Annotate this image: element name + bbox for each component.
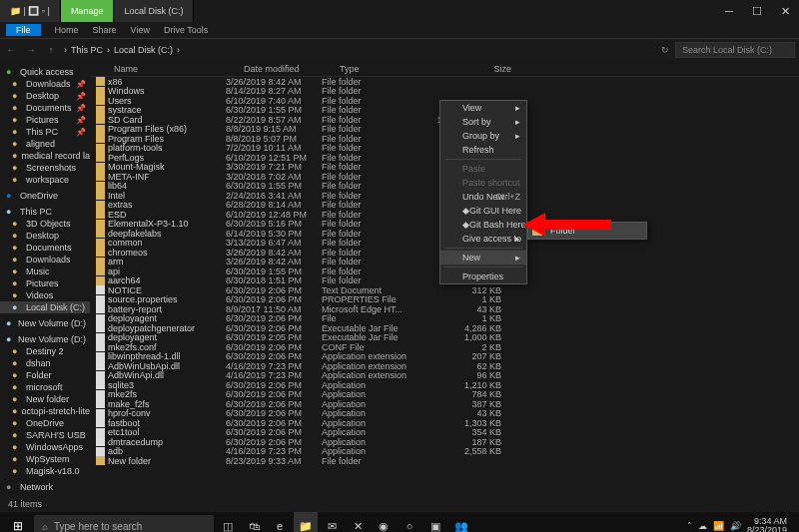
nav-back[interactable]: ← — [4, 45, 18, 55]
sidebar-item[interactable]: ●Network — [0, 481, 90, 493]
file-row[interactable]: AdbWinApi.dll4/16/2019 7:23 PMApplicatio… — [90, 371, 799, 381]
file-row[interactable]: sqlite36/30/2019 2:06 PMApplication1,210… — [90, 380, 799, 390]
ctx-properties[interactable]: Properties — [440, 269, 526, 283]
sidebar-item[interactable]: ●Music — [0, 266, 90, 277]
ctx-gitbash[interactable]: ◆ Git Bash Here — [440, 218, 526, 232]
ribbon-home[interactable]: Home — [55, 25, 79, 35]
sidebar-item[interactable]: ●Screenshots — [0, 162, 90, 174]
sidebar-item[interactable]: ●Quick access — [0, 66, 90, 78]
file-row[interactable]: mke2fs6/30/2019 2:06 PMApplication784 KB — [90, 390, 799, 400]
col-type[interactable]: Type — [336, 62, 425, 76]
sidebar-item[interactable]: ●New Volume (D:) — [0, 333, 90, 345]
sidebar-item[interactable]: ●Desktop — [0, 230, 90, 242]
file-row[interactable]: x863/26/2019 8:42 AMFile folder — [90, 77, 799, 87]
file-row[interactable]: fastboot6/30/2019 2:06 PMApplication1,30… — [90, 418, 799, 428]
sidebar-item[interactable]: ●Local Disk (C:) — [0, 301, 90, 313]
minimize-button[interactable]: ─ — [715, 0, 743, 22]
sidebar-item[interactable]: ●Pictures — [0, 277, 90, 289]
manage-tab[interactable]: Manage — [61, 0, 115, 22]
tray-wifi-icon[interactable]: 📶 — [713, 521, 724, 531]
start-button[interactable]: ⊞ — [4, 512, 32, 532]
xbox-icon[interactable]: ✕ — [346, 512, 370, 532]
ctx-sort[interactable]: Sort by▸ — [440, 115, 526, 129]
ribbon-file[interactable]: File — [6, 24, 41, 36]
file-row[interactable]: make_f2fs6/30/2019 2:06 PMApplication387… — [90, 399, 799, 409]
file-row[interactable]: battery-report8/9/2017 11:50 AMMicrosoft… — [90, 304, 799, 314]
file-row[interactable]: New folder8/23/2019 9:33 AMFile folder — [90, 456, 799, 466]
sidebar-item[interactable]: ●Videos — [0, 289, 90, 301]
ctx-refresh[interactable]: Refresh — [440, 143, 526, 157]
sidebar-item[interactable]: ●New Volume (D:) — [0, 317, 90, 329]
ribbon-view[interactable]: View — [131, 25, 150, 35]
file-row[interactable]: deployagent6/30/2019 2:06 PMFile1 KB — [90, 314, 799, 324]
sidebar-item[interactable]: ●WpSystem — [0, 453, 90, 465]
sidebar-item[interactable]: ●3D Objects — [0, 218, 90, 230]
cortana-icon[interactable]: ○ — [398, 512, 421, 532]
sidebar-item[interactable]: ●Documents — [0, 242, 90, 254]
ctx-undo[interactable]: Undo NewCtrl+Z — [440, 190, 526, 204]
ctx-access[interactable]: Give access to▸ — [440, 232, 526, 246]
nav-fwd[interactable]: → — [24, 45, 38, 55]
sidebar-item[interactable]: ●workspace — [0, 174, 90, 186]
file-row[interactable]: libwinpthread-1.dll6/30/2019 2:06 PMAppl… — [90, 352, 799, 362]
maximize-button[interactable]: ☐ — [743, 0, 771, 22]
file-row[interactable]: adb4/16/2019 7:23 PMApplication2,558 KB — [90, 447, 799, 457]
sidebar-item[interactable]: ●This PC — [0, 206, 90, 218]
sidebar-item[interactable]: ●octopi-stretch-lite-0 — [0, 405, 90, 417]
col-name[interactable]: Name — [110, 62, 240, 76]
edge-icon[interactable]: e — [268, 512, 292, 532]
ribbon-drivetools[interactable]: Drive Tools — [164, 25, 208, 35]
ribbon-share[interactable]: Share — [93, 25, 117, 35]
close-button[interactable]: ✕ — [771, 0, 799, 22]
breadcrumb[interactable]: › This PC › Local Disk (C:) › — [64, 45, 655, 55]
tray-cloud-icon[interactable]: ☁ — [698, 521, 707, 531]
sidebar-item[interactable]: ●WindowsApps — [0, 441, 90, 453]
ctx-group[interactable]: Group by▸ — [440, 129, 526, 143]
sidebar-item[interactable]: ●Folder — [0, 369, 90, 381]
steam-icon[interactable]: ◉ — [372, 512, 396, 532]
mail-icon[interactable]: ✉ — [320, 512, 344, 532]
refresh-icon[interactable]: ↻ — [661, 45, 669, 55]
file-row[interactable]: etc1tool6/30/2019 2:06 PMApplication354 … — [90, 428, 799, 438]
sidebar-item[interactable]: ●dshan — [0, 357, 90, 369]
sidebar-item[interactable]: ●aligned — [0, 138, 90, 150]
ctx-view[interactable]: View▸ — [440, 101, 526, 115]
file-row[interactable]: hprof-conv6/30/2019 2:06 PMApplication43… — [90, 409, 799, 419]
ctx-gitgui[interactable]: ◆ Git GUI Here — [440, 204, 526, 218]
explorer-icon[interactable]: 📁 — [294, 512, 318, 532]
ctx-new[interactable]: New▸ — [440, 251, 526, 265]
sidebar-item[interactable]: ●Downloads — [0, 254, 90, 266]
crumb-local[interactable]: Local Disk (C:) — [114, 45, 173, 55]
location-tab[interactable]: Local Disk (C:) — [114, 0, 194, 22]
col-date[interactable]: Date modified — [240, 62, 336, 76]
sidebar-item[interactable]: ●medical record labs — [0, 150, 90, 162]
tray-volume-icon[interactable]: 🔊 — [730, 521, 741, 531]
sidebar-item[interactable]: ●OneDrive — [0, 190, 90, 202]
file-row[interactable]: deployagent6/30/2019 2:05 PMExecutable J… — [90, 333, 799, 343]
crumb-thispc[interactable]: This PC — [71, 45, 103, 55]
sidebar-item[interactable]: ●Pictures📌 — [0, 114, 90, 126]
file-row[interactable]: mke2fs.conf6/30/2019 2:06 PMCONF File2 K… — [90, 342, 799, 352]
sidebar-item[interactable]: ●Desktop📌 — [0, 90, 90, 102]
sidebar-item[interactable]: ●microsoft — [0, 381, 90, 393]
sidebar-item[interactable]: ●Downloads📌 — [0, 78, 90, 90]
sidebar-item[interactable]: ●Destiny 2 — [0, 345, 90, 357]
sidebar-item[interactable]: ●This PC📌 — [0, 126, 90, 138]
tray-chevron-icon[interactable]: ˄ — [687, 521, 692, 531]
sidebar-item[interactable]: ●SARAH'S USB — [0, 429, 90, 441]
file-row[interactable]: dmtracedump6/30/2019 2:06 PMApplication1… — [90, 437, 799, 447]
col-size[interactable]: Size — [425, 62, 515, 76]
nav-up[interactable]: ↑ — [44, 45, 58, 55]
sidebar-item[interactable]: ●OneDrive — [0, 417, 90, 429]
file-row[interactable]: AdbWinUsbApi.dll4/16/2019 7:23 PMApplica… — [90, 361, 799, 371]
sidebar-item[interactable]: ●New folder — [0, 393, 90, 405]
file-row[interactable]: source.properties6/30/2019 2:06 PMPROPER… — [90, 295, 799, 305]
app-icon[interactable]: ▣ — [423, 512, 447, 532]
sidebar-item[interactable]: ●Magisk-v18.0 — [0, 465, 90, 477]
tray-date[interactable]: 8/23/2019 — [747, 526, 787, 532]
store-icon[interactable]: 🛍 — [242, 512, 266, 532]
file-row[interactable]: NOTICE6/30/2019 2:06 PMText Document312 … — [90, 285, 799, 295]
taskbar-search[interactable]: ⌕ Type here to search — [34, 515, 214, 532]
task-view-icon[interactable]: ◫ — [216, 512, 240, 532]
search-input[interactable]: Search Local Disk (C:) — [675, 42, 795, 58]
